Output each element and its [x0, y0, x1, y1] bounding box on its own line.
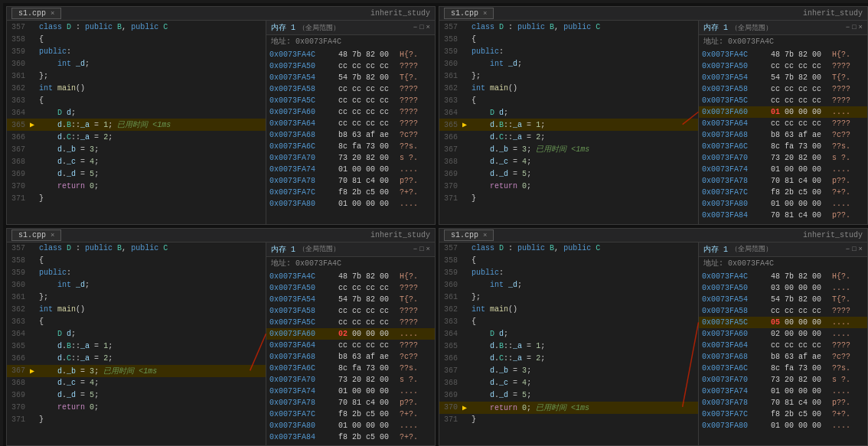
tab-file[interactable]: s1.cpp ×: [11, 8, 61, 19]
mem-address: 0x0073FA6C: [269, 364, 338, 373]
line-text: D d;: [39, 330, 264, 338]
tab-file[interactable]: s1.cpp ×: [11, 230, 61, 241]
memory-scope-label: （全局范围）: [299, 23, 340, 33]
memory-rows-container: 0x0073FA4C 48 7b 82 00 H{?.0x0073FA50 cc…: [266, 47, 435, 224]
line-text: d.C::_a = 2;: [472, 133, 697, 142]
code-editor[interactable]: 357 class D : public B, public C358 {359…: [439, 21, 699, 224]
panel-top-bar: s1.cpp × inherit_study: [7, 7, 435, 21]
debug-arrow: ▶: [462, 120, 472, 129]
tab-close[interactable]: ×: [483, 10, 487, 18]
memory-address-label: 地址: 0x0073FA4C: [699, 35, 867, 47]
code-line: 367▶ d._b = 3; 已用时间 <1ms: [7, 365, 266, 377]
code-editor[interactable]: 357 class D : public B, public C358 {359…: [439, 243, 699, 446]
mem-address: 0x0073FA80: [702, 422, 771, 430]
mem-ascii: ....: [832, 330, 850, 338]
mem-address: 0x0073FA64: [269, 119, 338, 128]
memory-row: 0x0073FA54 54 7b 82 00 T{?.: [266, 294, 435, 305]
code-line: 357 class D : public B, public C: [7, 243, 266, 255]
mem-bytes: 48 7b 82 00: [771, 50, 832, 59]
code-line: 371 }: [439, 414, 698, 426]
line-number: 357: [8, 244, 30, 252]
memory-pane: 内存 1 （全局范围） − □ × 地址: 0x0073FA4C0x0073FA…: [699, 21, 867, 224]
mem-address: 0x0073FA50: [702, 284, 771, 292]
mem-ascii: s ?.: [400, 376, 418, 384]
mem-address: 0x0073FA6C: [702, 142, 771, 151]
memory-close-btn[interactable]: ×: [426, 24, 430, 31]
mem-ascii: ?c??: [832, 131, 850, 139]
line-number: 369: [8, 170, 30, 178]
code-line: 359 public:: [7, 45, 266, 57]
code-line: 368 d._c = 4;: [439, 377, 698, 389]
debug-panel-2: s1.cpp × inherit_study 357 class D : pub…: [6, 228, 436, 447]
memory-row: 0x0073FA60 cc cc cc cc ????: [266, 106, 435, 118]
mem-bytes: 01 00 00 00: [338, 165, 400, 174]
line-number: 359: [8, 269, 30, 277]
memory-restore-btn[interactable]: □: [419, 24, 423, 31]
code-line: 370 return 0;: [7, 402, 266, 414]
line-text: d._c = 4;: [472, 158, 697, 166]
line-text: int main(): [472, 305, 697, 314]
line-number: 359: [8, 47, 30, 56]
line-number: 358: [8, 256, 30, 265]
code-editor[interactable]: 357 class D : public B, public C358 {359…: [7, 21, 266, 224]
memory-restore-btn[interactable]: □: [852, 24, 856, 31]
mem-bytes: b8 63 af ae: [338, 353, 400, 361]
memory-close-btn[interactable]: ×: [859, 246, 863, 253]
code-line: 358 {: [439, 255, 698, 267]
line-number: 361: [441, 72, 462, 80]
line-number: 363: [441, 317, 462, 326]
memory-row: 0x0073FA6C 8c fa 73 00 ??s.: [266, 141, 435, 152]
line-number: 367: [8, 366, 30, 375]
memory-minimize-btn[interactable]: −: [846, 24, 850, 31]
panel-content: 357 class D : public B, public C358 {359…: [439, 21, 867, 224]
panel-top-bar: s1.cpp × inherit_study: [439, 229, 867, 243]
tab-file[interactable]: s1.cpp ×: [444, 230, 494, 241]
memory-row: 0x0073FA54 54 7b 82 00 T{?.: [699, 294, 867, 305]
memory-close-btn[interactable]: ×: [426, 246, 430, 253]
mem-ascii: T{?.: [400, 295, 418, 304]
line-text: d._b = 3; 已用时间 <1ms: [472, 144, 697, 155]
memory-row: 0x0073FA84 f8 2b c5 00 ?+?.: [266, 431, 435, 443]
memory-title: 内存 1: [703, 244, 728, 255]
tab-file[interactable]: s1.cpp ×: [444, 8, 494, 19]
line-number: 364: [441, 330, 462, 338]
mem-address: 0x0073FA4C: [702, 272, 771, 281]
mem-ascii: ????: [832, 307, 850, 315]
mem-bytes: cc cc cc cc: [338, 96, 400, 105]
code-line: 363 {: [7, 94, 266, 106]
memory-minimize-btn[interactable]: −: [413, 246, 417, 253]
line-text: d._b = 3;: [39, 145, 264, 154]
memory-close-btn[interactable]: ×: [859, 24, 863, 31]
code-line: 370▶ return 0; 已用时间 <1ms: [439, 402, 698, 414]
line-number: 359: [441, 47, 462, 56]
line-text: d.B::_a = 1;: [39, 342, 264, 350]
memory-row: 0x0073FA5C 05 00 00 00 ....: [699, 317, 867, 328]
line-number: 371: [441, 415, 462, 424]
memory-minimize-btn[interactable]: −: [846, 246, 850, 253]
mem-bytes: cc cc cc cc: [771, 119, 832, 128]
mem-bytes: 70 81 c4 00: [338, 177, 400, 185]
line-text: d._d = 5;: [472, 391, 697, 399]
tab-close[interactable]: ×: [51, 10, 54, 18]
line-number: 368: [441, 158, 462, 166]
mem-bytes: 73 20 82 00: [338, 154, 400, 162]
memory-row: 0x0073FA64 cc cc cc cc ????: [699, 340, 867, 351]
memory-row: 0x0073FA80 01 00 00 00 ....: [699, 198, 867, 210]
line-text: int _d;: [472, 281, 697, 289]
memory-restore-btn[interactable]: □: [852, 246, 856, 253]
mem-ascii: ....: [832, 165, 850, 174]
memory-row: 0x0073FA74 01 00 00 00 ....: [266, 386, 435, 397]
mem-address: 0x0073FA54: [702, 295, 771, 304]
mem-ascii: T{?.: [400, 73, 418, 82]
line-text: d.C::_a = 2;: [39, 133, 264, 142]
memory-minimize-btn[interactable]: −: [413, 24, 417, 31]
line-text: public:: [39, 269, 264, 277]
tab-close[interactable]: ×: [483, 232, 487, 239]
code-line: 365 d.B::_a = 1;: [7, 340, 266, 353]
tab-close[interactable]: ×: [51, 232, 54, 239]
code-editor[interactable]: 357 class D : public B, public C358 {359…: [7, 243, 266, 446]
memory-restore-btn[interactable]: □: [419, 246, 423, 253]
mem-bytes: 01 00 00 00: [771, 422, 832, 430]
code-line: 363 {: [7, 316, 266, 328]
mem-bytes: f8 2b c5 00: [771, 410, 832, 418]
